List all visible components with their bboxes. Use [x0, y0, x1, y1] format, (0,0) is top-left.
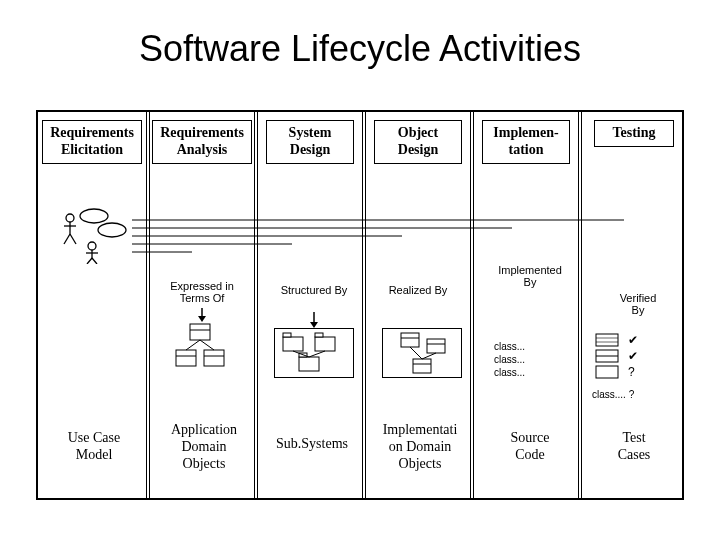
link-label: Realized By [374, 284, 462, 296]
col-header: Testing [594, 120, 674, 147]
testcase-icons: ✔ ✔ ? [594, 332, 674, 386]
link-label: Structured By [270, 284, 358, 296]
svg-rect-31 [299, 357, 319, 371]
svg-rect-27 [283, 337, 303, 351]
subsystems-box [274, 328, 354, 378]
svg-text:✔: ✔ [628, 349, 638, 363]
svg-rect-37 [401, 333, 419, 347]
artifact-label: SourceCode [482, 430, 578, 464]
svg-line-34 [309, 351, 325, 357]
link-label: Expressed inTerms Of [158, 280, 246, 304]
class-boxes-icon [172, 322, 232, 378]
svg-rect-21 [204, 350, 224, 366]
col-header: RequirementsAnalysis [152, 120, 252, 164]
actors-icon [56, 204, 132, 264]
svg-text:?: ? [628, 365, 635, 379]
svg-line-23 [186, 340, 200, 350]
class-list: class...class...class... [494, 340, 525, 379]
svg-line-24 [200, 340, 214, 350]
slide: Software Lifecycle Activities Requiremen… [0, 0, 720, 540]
artifact-label: TestCases [590, 430, 678, 464]
svg-marker-36 [310, 322, 318, 328]
col-divider [146, 112, 150, 498]
svg-line-11 [92, 258, 97, 264]
link-label: VerifiedBy [602, 292, 674, 316]
col-divider [254, 112, 258, 498]
diagram-frame: RequirementsElicitation RequirementsAnal… [36, 110, 684, 500]
svg-text:✔: ✔ [628, 333, 638, 347]
col-header: ObjectDesign [374, 120, 462, 164]
artifact-label: Implementation DomainObjects [372, 422, 468, 472]
svg-rect-19 [176, 350, 196, 366]
svg-line-43 [410, 347, 422, 359]
svg-line-4 [70, 234, 76, 244]
svg-rect-17 [190, 324, 210, 340]
svg-rect-28 [283, 333, 291, 337]
col-divider [470, 112, 474, 498]
svg-marker-26 [198, 316, 206, 322]
packages-icon [275, 329, 355, 379]
class-question: class.... ? [592, 388, 634, 401]
svg-line-3 [64, 234, 70, 244]
svg-line-44 [422, 353, 436, 359]
svg-point-0 [66, 214, 74, 222]
link-label: ImplementedBy [486, 264, 574, 288]
svg-rect-30 [315, 333, 323, 337]
col-divider [362, 112, 366, 498]
svg-rect-39 [427, 339, 445, 353]
svg-point-7 [88, 242, 96, 250]
slide-title: Software Lifecycle Activities [0, 0, 720, 80]
arrow-down-icon [308, 312, 320, 328]
artifact-label: Use CaseModel [46, 430, 142, 464]
svg-rect-41 [413, 359, 431, 373]
svg-line-10 [87, 258, 92, 264]
svg-point-5 [80, 209, 108, 223]
svg-rect-50 [596, 366, 618, 378]
impl-domain-box [382, 328, 462, 378]
svg-point-6 [98, 223, 126, 237]
artifact-label: ApplicationDomainObjects [156, 422, 252, 472]
svg-rect-45 [596, 334, 618, 346]
col-header: SystemDesign [266, 120, 354, 164]
arrow-down-icon [196, 308, 208, 322]
col-header: RequirementsElicitation [42, 120, 142, 164]
artifact-label: Sub.Systems [264, 436, 360, 453]
col-header: Implemen-tation [482, 120, 570, 164]
col-divider [578, 112, 582, 498]
svg-rect-29 [315, 337, 335, 351]
class-diagram-icon [383, 329, 463, 379]
